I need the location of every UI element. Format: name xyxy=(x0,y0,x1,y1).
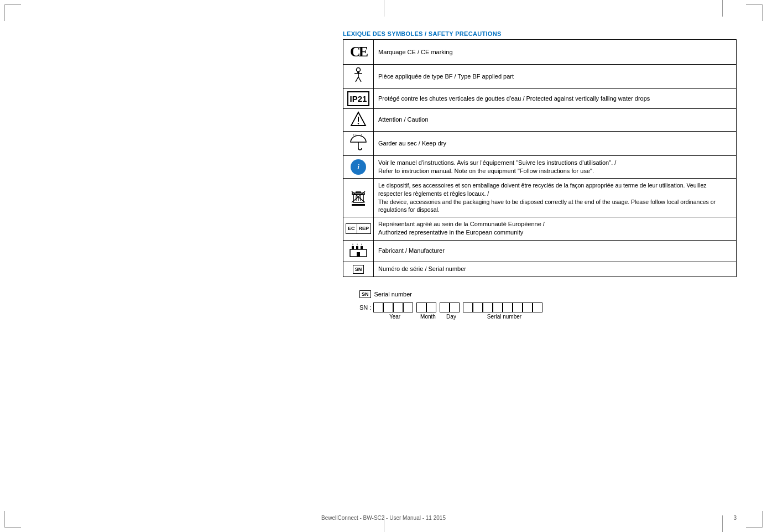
sn-description: Numéro de série / Serial number xyxy=(374,262,737,277)
svg-rect-24 xyxy=(357,252,360,257)
disposal-icon xyxy=(346,190,371,206)
crossed-bin-icon xyxy=(351,190,366,204)
sn-serial-5 xyxy=(503,302,513,312)
sn-serial-3 xyxy=(483,302,493,312)
corner-mark-tr xyxy=(746,4,763,21)
sn-day-1 xyxy=(440,302,450,312)
table-row: EC REP Représentant agréé au sein de la … xyxy=(343,217,737,241)
bf-description: Pièce appliquée de type BF / Type BF app… xyxy=(374,65,737,88)
table-row: Pièce appliquée de type BF / Type BF app… xyxy=(343,65,737,88)
ec-rep-description: Représentant agréé au sein de la Communa… xyxy=(374,217,737,241)
bf-person-icon xyxy=(350,67,367,84)
table-row: Garder au sec / Keep dry xyxy=(343,132,737,155)
serial-number-section: SN Serial number SN : xyxy=(343,290,737,320)
sn-input-row: SN : xyxy=(359,302,737,312)
manufacturer-description: Fabricant / Manufacturer xyxy=(374,240,737,262)
symbol-ip21: IP21 xyxy=(343,88,374,108)
caution-description: Attention / Caution xyxy=(374,108,737,131)
ec-label: EC xyxy=(346,224,357,233)
sn-box-label: SN xyxy=(359,290,371,298)
symbol-bf xyxy=(343,65,374,88)
sn-boxes-serial xyxy=(463,302,542,312)
right-line-top xyxy=(722,0,723,17)
instruction-book-icon: i xyxy=(351,159,366,175)
rep-label: REP xyxy=(357,224,371,233)
sn-field-labels-row: Year Month Day Serial number xyxy=(375,314,737,320)
symbol-keep-dry xyxy=(343,132,374,155)
sn-icon: SN xyxy=(353,265,364,274)
main-content: LEXIQUE DES SYMBOLES / SAFETY PRECAUTION… xyxy=(343,30,737,320)
umbrella-icon xyxy=(349,134,367,150)
symbol-disposal xyxy=(343,179,374,217)
sn-year-1 xyxy=(373,302,383,312)
footer-text: BewellConnect - BW-SC2 - User Manual - 1… xyxy=(0,515,767,521)
svg-rect-22 xyxy=(356,246,358,249)
sn-year-2 xyxy=(383,302,393,312)
sn-year-3 xyxy=(393,302,403,312)
table-row: SN Numéro de série / Serial number xyxy=(343,262,737,277)
month-label: Month xyxy=(418,314,438,320)
symbol-caution xyxy=(343,108,374,131)
table-row: IP21 Protégé contre les chutes verticale… xyxy=(343,88,737,108)
svg-rect-14 xyxy=(356,192,361,193)
svg-line-9 xyxy=(353,134,354,136)
symbol-manufacturer xyxy=(343,240,374,262)
svg-line-4 xyxy=(358,77,361,82)
svg-rect-23 xyxy=(361,246,363,249)
table-row: CE Marquage CE / CE marking xyxy=(343,40,737,65)
sn-boxes-day xyxy=(440,302,460,312)
center-line-top xyxy=(384,0,384,17)
table-row: Attention / Caution xyxy=(343,108,737,131)
sn-month-1 xyxy=(416,302,426,312)
section-title: LEXIQUE DES SYMBOLES / SAFETY PRECAUTION… xyxy=(343,30,737,37)
ip21-description: Protégé contre les chutes verticales de … xyxy=(374,88,737,108)
symbol-table: CE Marquage CE / CE marking xyxy=(343,39,737,277)
sn-serial-7 xyxy=(523,302,533,312)
day-label: Day xyxy=(441,314,461,320)
ip21-icon: IP21 xyxy=(347,91,370,106)
sn-month-2 xyxy=(426,302,436,312)
ec-rep-icon: EC REP xyxy=(346,223,371,234)
symbol-ec-rep: EC REP xyxy=(343,217,374,241)
sn-day-2 xyxy=(450,302,460,312)
sn-serial-2 xyxy=(473,302,483,312)
keep-dry-description: Garder au sec / Keep dry xyxy=(374,132,737,155)
sn-boxes-month xyxy=(416,302,436,312)
symbol-instruction: i xyxy=(343,155,374,179)
sn-serial-4 xyxy=(493,302,503,312)
year-label: Year xyxy=(375,314,415,320)
instruction-description: Voir le manuel d'instructions. Avis sur … xyxy=(374,155,737,179)
sn-boxes-year xyxy=(373,302,413,312)
footer-page: 3 xyxy=(733,515,737,521)
svg-line-3 xyxy=(356,77,358,82)
sn-serial-6 xyxy=(513,302,523,312)
table-row: Le dispositif, ses accessoires et son em… xyxy=(343,179,737,217)
sn-serial-8 xyxy=(533,302,542,312)
symbol-ce: CE xyxy=(343,40,374,65)
svg-point-0 xyxy=(357,68,361,72)
ce-description: Marquage CE / CE marking xyxy=(374,40,737,65)
caution-triangle-icon xyxy=(350,111,367,127)
disposal-bar xyxy=(352,204,365,206)
sn-year-4 xyxy=(403,302,413,312)
disposal-description: Le dispositif, ses accessoires et son em… xyxy=(374,179,737,217)
symbol-sn: SN xyxy=(343,262,374,277)
serial-number-label: Serial number xyxy=(374,291,412,298)
ce-mark-icon: CE xyxy=(350,44,367,60)
svg-rect-21 xyxy=(352,246,354,249)
svg-line-10 xyxy=(356,134,356,135)
table-row: i Voir le manuel d'instructions. Avis su… xyxy=(343,155,737,179)
svg-point-7 xyxy=(358,123,359,124)
serial-field-label: Serial number xyxy=(465,314,544,320)
manufacturer-icon xyxy=(349,243,367,257)
sn-serial-1 xyxy=(463,302,473,312)
sn-label-row: SN Serial number xyxy=(359,290,737,298)
sn-prefix: SN : xyxy=(359,304,371,311)
corner-mark-tl xyxy=(4,4,21,21)
table-row: Fabricant / Manufacturer xyxy=(343,240,737,262)
